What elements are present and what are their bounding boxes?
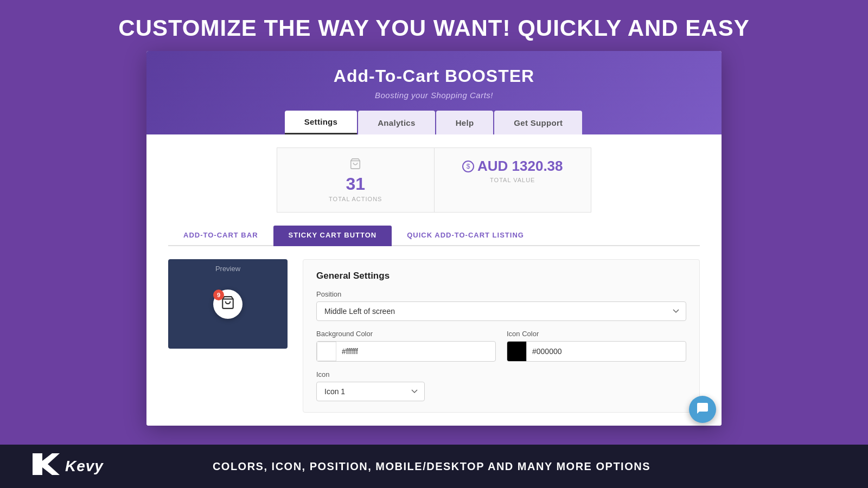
stat-total-actions: 31 TOTAL ACTIONS <box>277 147 434 213</box>
bg-color-label: Background Color <box>316 330 496 338</box>
cart-badge: 9 <box>213 290 224 300</box>
bottom-bar: Kevy COLORS, ICON, POSITION, MOBILE/DESK… <box>0 445 868 488</box>
cart-stat-icon <box>292 158 419 172</box>
preview-label: Preview <box>168 265 288 273</box>
preview-box: Preview 9 <box>168 259 288 349</box>
tab-analytics[interactable]: Analytics <box>358 111 435 134</box>
position-label: Position <box>316 290 686 298</box>
sub-tab-quick-add[interactable]: QUICK ADD-TO-CART LISTING <box>392 226 539 246</box>
icon-field: Icon Icon 1 <box>316 370 686 401</box>
app-title: Add-To-Cart BOOSTER <box>146 66 722 86</box>
icon-color-text-input[interactable] <box>527 343 686 360</box>
icon-color-group: Icon Color <box>507 330 686 362</box>
app-subtitle: Boosting your Shopping Carts! <box>146 91 722 100</box>
cart-button-preview[interactable]: 9 <box>213 290 242 319</box>
bg-color-text-input[interactable] <box>336 343 495 360</box>
color-row: Background Color Icon Color <box>316 330 686 362</box>
stat-total-value: $ AUD 1320.38 TOTAL VALUE <box>434 147 592 213</box>
total-value-label: TOTAL VALUE <box>450 177 576 183</box>
bg-color-group: Background Color <box>316 330 496 362</box>
page-headline: CUSTOMIZE THE WAY YOU WANT! QUICKLY AND … <box>0 0 868 51</box>
tab-settings[interactable]: Settings <box>285 111 358 134</box>
tab-get-support[interactable]: Get Support <box>494 111 582 134</box>
tab-help[interactable]: Help <box>436 111 494 134</box>
chat-icon <box>696 402 709 418</box>
icon-color-label: Icon Color <box>507 330 686 338</box>
tabs-bar: Settings Analytics Help Get Support <box>146 111 722 134</box>
settings-title: General Settings <box>316 271 686 281</box>
icon-color-input-row <box>507 341 686 362</box>
card-header: Add-To-Cart BOOSTER Boosting your Shoppi… <box>146 51 722 134</box>
total-value-amount: AUD 1320.38 <box>477 158 563 175</box>
kevy-logo: Kevy <box>33 453 104 480</box>
icon-select[interactable]: Icon 1 <box>316 382 425 401</box>
total-actions-label: TOTAL ACTIONS <box>292 196 419 202</box>
kevy-logo-text: Kevy <box>65 458 104 475</box>
bg-color-swatch[interactable] <box>317 342 336 361</box>
total-actions-number: 31 <box>292 175 419 194</box>
card-body: 31 TOTAL ACTIONS $ AUD 1320.38 TOTAL VAL… <box>146 134 722 426</box>
value-icon-circle: $ <box>462 160 474 172</box>
content-area: Preview 9 General Settings Posi <box>168 259 700 413</box>
bg-color-input-row <box>316 341 496 362</box>
stats-row: 31 TOTAL ACTIONS $ AUD 1320.38 TOTAL VAL… <box>277 147 591 213</box>
main-card: Add-To-Cart BOOSTER Boosting your Shoppi… <box>146 51 722 426</box>
kevy-logo-symbol <box>33 453 60 480</box>
bottom-text: COLORS, ICON, POSITION, MOBILE/DESKTOP A… <box>104 460 760 473</box>
icon-color-swatch[interactable] <box>507 342 527 361</box>
icon-select-label: Icon <box>316 370 686 378</box>
position-select[interactable]: Middle Left of screen <box>316 301 686 321</box>
sub-tabs: ADD-TO-CART BAR STICKY CART BUTTON QUICK… <box>168 226 700 246</box>
sub-tab-sticky-cart-button[interactable]: STICKY CART BUTTON <box>273 226 392 246</box>
svg-marker-2 <box>33 453 60 475</box>
settings-panel: General Settings Position Middle Left of… <box>303 259 700 413</box>
chat-button[interactable] <box>689 396 716 423</box>
sub-tab-add-to-cart-bar[interactable]: ADD-TO-CART BAR <box>168 226 273 246</box>
